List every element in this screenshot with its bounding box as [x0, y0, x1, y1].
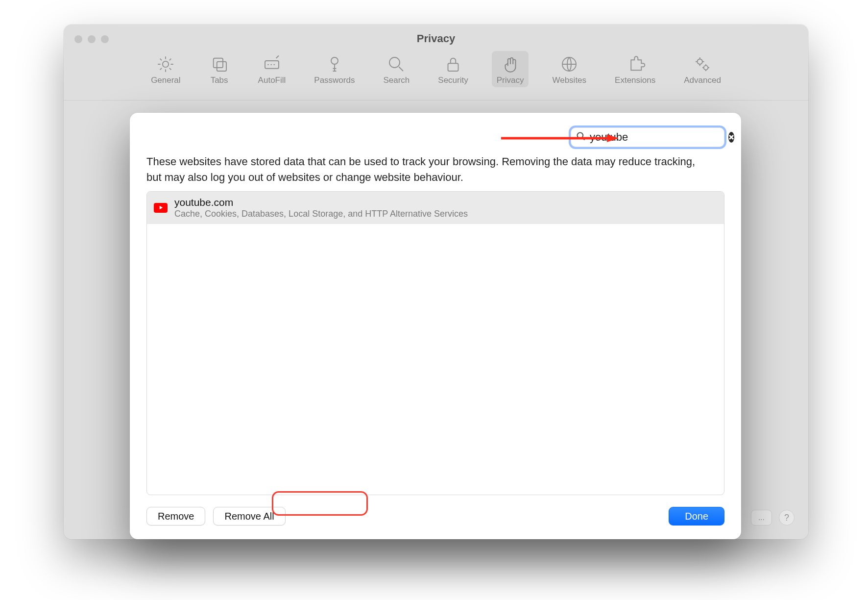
done-button[interactable]: Done: [669, 507, 724, 525]
gears-icon: [692, 54, 713, 75]
autofill-icon: [262, 54, 282, 75]
svg-point-0: [163, 61, 169, 67]
website-name: youtube.com: [174, 197, 468, 208]
tab-label: Privacy: [497, 75, 524, 85]
website-detail: Cache, Cookies, Databases, Local Storage…: [174, 209, 468, 219]
tab-privacy[interactable]: Privacy: [492, 51, 529, 87]
tab-label: AutoFill: [258, 75, 286, 85]
svg-point-9: [704, 66, 708, 70]
website-data-sheet: These websites have stored data that can…: [130, 113, 741, 539]
tab-advanced[interactable]: Advanced: [679, 51, 726, 87]
tab-passwords[interactable]: Passwords: [309, 51, 360, 87]
tab-label: Search: [383, 75, 410, 85]
tabs-icon: [209, 54, 230, 75]
tab-label: Websites: [552, 75, 586, 85]
tab-extensions[interactable]: Extensions: [610, 51, 660, 87]
remove-all-button[interactable]: Remove All: [213, 507, 285, 525]
search-icon: [576, 131, 586, 143]
tab-label: Security: [438, 75, 468, 85]
tab-websites[interactable]: Websites: [547, 51, 591, 87]
website-list[interactable]: youtube.com Cache, Cookies, Databases, L…: [146, 191, 724, 495]
help-label: ?: [784, 513, 789, 523]
preferences-toolbar: General Tabs AutoFill Passwords Search: [64, 51, 808, 87]
tab-security[interactable]: Security: [433, 51, 473, 87]
svg-point-12: [578, 133, 583, 139]
svg-rect-2: [217, 62, 226, 71]
close-icon: [728, 134, 734, 140]
tab-label: Advanced: [684, 75, 721, 85]
tab-label: Passwords: [314, 75, 355, 85]
tab-label: Tabs: [211, 75, 228, 85]
svg-point-5: [389, 57, 400, 68]
puzzle-icon: [625, 54, 646, 75]
globe-icon: [559, 54, 579, 75]
key-icon: [324, 54, 345, 75]
svg-rect-1: [213, 58, 222, 68]
svg-marker-13: [159, 206, 162, 209]
tab-label: Extensions: [615, 75, 655, 85]
details-label: ...: [758, 513, 765, 522]
tab-general[interactable]: General: [146, 51, 185, 87]
remove-button[interactable]: Remove: [146, 507, 205, 525]
hand-icon: [500, 54, 521, 75]
svg-rect-6: [448, 63, 458, 71]
preferences-titlebar: Privacy General Tabs AutoFill Passwords: [64, 25, 808, 100]
remove-all-label: Remove All: [224, 511, 274, 522]
tab-search[interactable]: Search: [378, 51, 414, 87]
help-button[interactable]: ?: [779, 510, 795, 525]
tab-label: General: [151, 75, 180, 85]
website-row[interactable]: youtube.com Cache, Cookies, Databases, L…: [147, 192, 724, 224]
tab-autofill[interactable]: AutoFill: [253, 51, 291, 87]
search-input[interactable]: [590, 131, 724, 144]
youtube-icon: [154, 203, 168, 213]
sheet-description: These websites have stored data that can…: [146, 154, 710, 185]
window-title: Privacy: [64, 32, 808, 45]
gear-icon: [155, 54, 176, 75]
remove-label: Remove: [158, 511, 194, 522]
svg-point-8: [698, 59, 703, 65]
lock-icon: [443, 54, 463, 75]
search-field[interactable]: [571, 127, 724, 147]
search-icon: [386, 54, 407, 75]
clear-search-button[interactable]: [728, 132, 734, 143]
tab-tabs[interactable]: Tabs: [204, 51, 235, 87]
details-button[interactable]: ...: [751, 510, 772, 525]
window-footer-controls: ... ?: [751, 510, 795, 525]
done-label: Done: [685, 511, 708, 522]
svg-point-4: [331, 57, 338, 64]
